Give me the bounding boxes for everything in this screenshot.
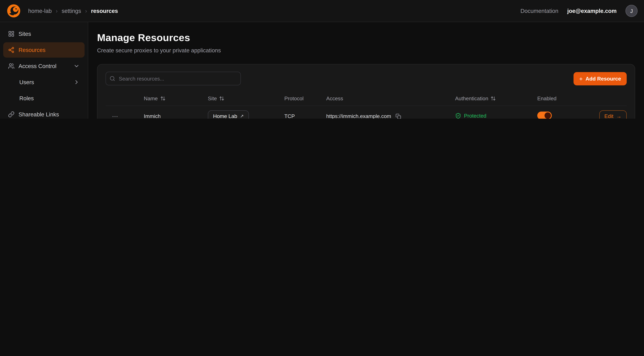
sidebar-item-label: Resources [18,47,46,53]
avatar-initial: J [630,8,633,14]
external-arrow-icon: ↗ [240,114,244,119]
header-access: Access [326,95,455,101]
header-site-label: Site [208,95,217,101]
plus-icon: + [579,76,583,82]
edit-label: Edit [604,113,614,119]
resources-table: Name Site Protocol Access [106,91,627,119]
app-logo[interactable] [6,4,21,18]
add-resource-button[interactable]: + Add Resource [574,72,627,85]
sidebar-item-resources[interactable]: Resources [3,42,84,58]
sidebar-item-access-control[interactable]: Access Control [3,58,84,74]
arrow-right-icon: → [616,113,622,119]
sort-icon[interactable] [491,96,496,101]
edit-button[interactable]: Edit→ [599,110,627,119]
chevron-right-icon [73,79,80,86]
auth-status-badge: Protected [455,113,486,119]
sidebar-item-label: Sites [18,30,31,37]
sidebar-item-label: Shareable Links [18,111,59,118]
sort-icon[interactable] [219,96,224,101]
site-name: Home Lab [213,113,237,119]
breadcrumb-separator-icon: › [56,8,58,14]
sidebar-item-label: Access Control [18,63,56,69]
ellipsis-icon: ⋯ [112,113,118,119]
shield-check-icon [455,113,461,119]
user-email[interactable]: joe@example.com [567,8,616,14]
auth-status-label: Protected [464,113,486,119]
table-toolbar: + Add Resource [106,72,627,86]
header-authentication-label: Authentication [455,95,488,101]
header-access-label: Access [326,95,343,101]
table-header-row: Name Site Protocol Access [106,91,627,106]
protocol-value: TCP [284,113,295,119]
documentation-link[interactable]: Documentation [520,8,558,14]
users-icon [8,63,14,69]
main-content: Manage Resources Create secure proxies t… [88,22,644,119]
page-title: Manage Resources [97,32,635,44]
add-resource-label: Add Resource [586,76,621,82]
header-protocol-label: Protocol [284,95,304,101]
sidebar-item-users[interactable]: Users [3,74,84,90]
sort-icon[interactable] [160,96,166,101]
header-name-label: Name [144,95,158,101]
table-body: ⋯ Immich Home Lab↗ TCP https://immich.ex… [106,106,627,119]
page-subtitle: Create secure proxies to your private ap… [97,47,635,54]
breadcrumb-item-settings[interactable]: settings [62,8,81,14]
chevron-down-icon [73,63,80,69]
app-root: home-lab › settings › resources Document… [0,0,644,119]
sidebar-item-sites[interactable]: Sites [3,26,84,42]
resources-card: + Add Resource Name Site [97,64,635,119]
enabled-toggle[interactable] [537,112,552,119]
search-input[interactable] [106,72,241,86]
topbar: home-lab › settings › resources Document… [0,0,644,22]
search-box [106,72,241,86]
sidebar-item-label: Roles [19,95,34,102]
access-url: https://immich.example.com [326,113,391,119]
resource-name: Immich [144,113,161,119]
sidebar: Sites Resources Access Control Users [0,22,88,119]
sidebar-nav: Sites Resources Access Control Users [3,26,84,119]
copy-icon [396,114,401,119]
avatar[interactable]: J [626,5,638,17]
header-protocol: Protocol [284,95,326,101]
header-name[interactable]: Name [144,95,208,101]
sites-grid-icon [8,30,14,37]
header-authentication[interactable]: Authentication [455,95,537,101]
toggle-knob [544,112,551,119]
row-menu-button[interactable]: ⋯ [109,112,122,119]
sidebar-item-roles[interactable]: Roles [3,90,84,106]
copy-button[interactable] [395,113,402,119]
breadcrumb-separator-icon: › [85,8,87,14]
sidebar-item-shareable-links[interactable]: Shareable Links [3,107,84,119]
search-icon [110,76,115,81]
breadcrumb: home-lab › settings › resources [28,8,118,14]
breadcrumb-item-org[interactable]: home-lab [28,8,52,14]
sidebar-item-label: Users [19,79,34,86]
site-link-button[interactable]: Home Lab↗ [208,110,249,119]
header-enabled-label: Enabled [537,95,556,101]
header-site[interactable]: Site [208,95,284,101]
header-enabled: Enabled [537,95,586,101]
resources-waypoints-icon [8,47,14,53]
breadcrumb-item-resources: resources [91,8,118,14]
table-row: ⋯ Immich Home Lab↗ TCP https://immich.ex… [106,106,627,119]
link-icon [8,111,14,118]
